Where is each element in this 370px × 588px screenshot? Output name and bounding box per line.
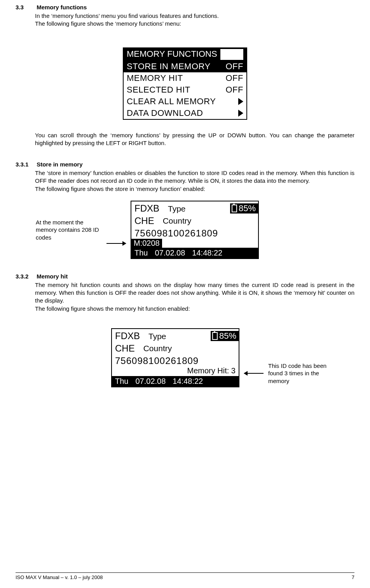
lcd-memhit-screen: FDXB Type 85% CHE Country 75609810026180…: [111, 328, 239, 387]
memory-count-value: M:0208: [131, 239, 162, 248]
menu-label: SELECTED HIT: [127, 85, 190, 95]
timestamp-time: 14:48:22: [173, 377, 203, 386]
battery-icon: [212, 332, 218, 340]
timestamp-day: Thu: [115, 377, 128, 386]
page-footer: ISO MAX V Manual – v. 1.0 – july 2008 7: [16, 572, 354, 580]
country-code: CHE: [115, 343, 135, 354]
subsection-title: Memory hit: [37, 273, 68, 280]
after-menu-text: You can scroll through the ‘memory funct…: [35, 131, 354, 147]
sub1-p2: The following figure shows the store in …: [35, 185, 354, 193]
footer-page-number: 7: [352, 574, 354, 580]
menu-row-store[interactable]: STORE IN MEMORY OFF: [124, 61, 246, 72]
footer-left: ISO MAX V Manual – v. 1.0 – july 2008: [16, 574, 103, 580]
id-code: 756098100261809: [112, 355, 239, 366]
sub2-p2: The following figure shows the memory hi…: [35, 305, 354, 313]
menu-row-clear-memory[interactable]: CLEAR ALL MEMORY: [124, 96, 246, 107]
timestamp-time: 14:48:22: [192, 248, 222, 257]
timestamp-row: Thu 07.02.08 14:48:22: [112, 376, 239, 387]
callout-arrow-right-icon: [106, 243, 126, 244]
sub2-p1: The memory hit function counts and shows…: [35, 281, 354, 305]
section-number: 3.3: [16, 4, 35, 10]
lcd-menu-screen: MEMORY FUNCTIONS STORE IN MEMORY OFF MEM…: [123, 47, 247, 120]
intro-line2: The following figure shows the ‘memory f…: [35, 20, 354, 28]
sub1-p1: The ‘store in memory’ function enables o…: [35, 169, 354, 185]
callout-arrow-left-icon: [244, 373, 264, 374]
menu-title-gap: [220, 49, 243, 60]
subsection-number: 3.3.2: [16, 273, 35, 280]
battery-percent: 85%: [239, 203, 256, 214]
chevron-right-icon: [238, 110, 243, 117]
type-code: FDXB: [115, 331, 140, 341]
menu-label: DATA DOWNLOAD: [127, 108, 203, 118]
intro-line1: In the ‘memory functions’ menu you find …: [35, 12, 354, 20]
menu-row-selected-hit[interactable]: SELECTED HIT OFF: [124, 84, 246, 96]
chevron-right-icon: [238, 98, 243, 105]
menu-title-row: MEMORY FUNCTIONS: [124, 48, 246, 61]
type-label: Type: [148, 332, 166, 341]
battery-indicator: 85%: [230, 203, 258, 214]
menu-label: MEMORY HIT: [127, 73, 183, 83]
menu-row-data-download[interactable]: DATA DOWNLOAD: [124, 107, 246, 119]
country-label: Country: [143, 344, 172, 353]
battery-indicator: 85%: [211, 331, 239, 341]
timestamp-row: Thu 07.02.08 14:48:22: [131, 248, 258, 258]
menu-label: CLEAR ALL MEMORY: [127, 96, 216, 107]
lcd-store-screen: FDXB Type 85% CHE Country 75609810026180…: [131, 201, 259, 259]
menu-title-label: MEMORY FUNCTIONS: [127, 49, 217, 60]
battery-icon: [232, 205, 237, 212]
menu-row-memory-hit[interactable]: MEMORY HIT OFF: [124, 72, 246, 84]
memory-hit-row: Memory Hit: 3: [112, 366, 239, 376]
country-code: CHE: [134, 215, 154, 226]
battery-percent: 85%: [219, 331, 236, 341]
timestamp-date: 07.02.08: [155, 248, 185, 257]
memory-count-row: M:0208: [131, 239, 258, 248]
id-code: 756098100261809: [131, 228, 258, 239]
callout-memory-hit: This ID code has been found 3 times in t…: [268, 362, 334, 385]
country-label: Country: [163, 216, 192, 226]
timestamp-day: Thu: [134, 248, 148, 257]
subsection-title: Store in memory: [37, 161, 82, 168]
menu-value: OFF: [226, 85, 244, 95]
subsection-number: 3.3.1: [16, 161, 35, 168]
menu-value: OFF: [226, 73, 244, 83]
callout-memory-count: At the moment the memory contains 208 ID…: [36, 219, 102, 242]
type-label: Type: [168, 204, 186, 214]
section-title: Memory functions: [37, 4, 87, 10]
menu-label: STORE IN MEMORY: [127, 61, 211, 72]
menu-value: OFF: [226, 61, 244, 72]
type-code: FDXB: [134, 203, 159, 214]
timestamp-date: 07.02.08: [135, 377, 166, 386]
